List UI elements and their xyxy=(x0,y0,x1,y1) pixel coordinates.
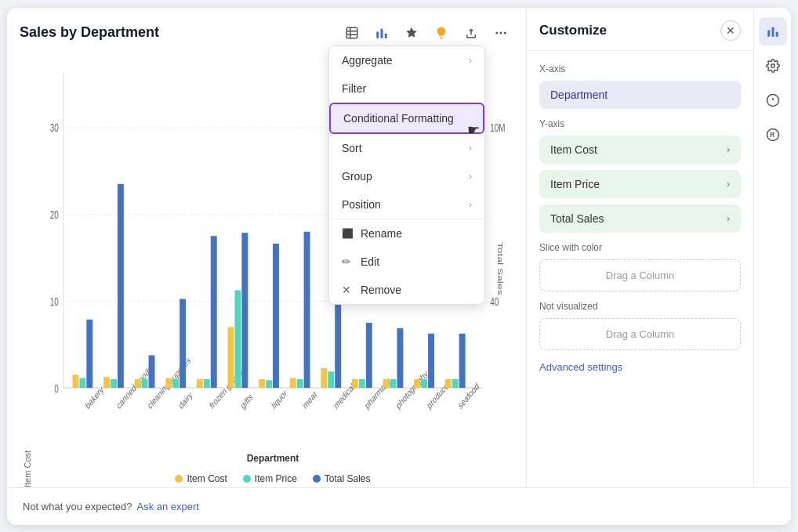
insight-button[interactable] xyxy=(429,20,454,45)
svg-rect-74 xyxy=(459,333,466,387)
chart-legend: Item Cost Item Price Total Sales xyxy=(32,467,513,487)
y-axis-item-cost[interactable]: Item Cost › xyxy=(539,136,741,164)
svg-point-78 xyxy=(771,63,774,67)
chart-x-label: Department xyxy=(32,453,513,467)
svg-rect-53 xyxy=(241,233,248,388)
menu-item-position-label: Position xyxy=(342,198,381,211)
y-axis-item-price[interactable]: Item Price › xyxy=(539,170,741,198)
svg-rect-5 xyxy=(381,28,383,38)
svg-rect-6 xyxy=(385,33,387,38)
svg-text:0: 0 xyxy=(54,382,59,394)
menu-item-filter-label: Filter xyxy=(342,82,366,95)
svg-rect-38 xyxy=(86,319,92,387)
menu-item-aggregate-label: Aggregate xyxy=(342,54,393,67)
legend-dot-cost xyxy=(175,475,183,483)
chart-header: Sales by Department xyxy=(20,20,513,45)
svg-text:10M: 10M xyxy=(490,121,505,134)
menu-item-remove-label: Remove xyxy=(361,284,401,296)
svg-text:40: 40 xyxy=(490,295,499,308)
ask-expert-link[interactable]: Ask an expert xyxy=(136,501,199,512)
svg-rect-40 xyxy=(111,378,117,387)
menu-item-group[interactable]: Group › xyxy=(329,162,484,190)
panel-header: Customize ✕ xyxy=(527,8,753,51)
svg-rect-44 xyxy=(149,355,155,388)
menu-item-edit-label: Edit xyxy=(361,255,379,268)
pin-button[interactable] xyxy=(399,20,424,45)
legend-dot-sales xyxy=(313,475,321,483)
chart-toolbar xyxy=(339,20,513,45)
svg-point-8 xyxy=(495,31,498,34)
svg-rect-46 xyxy=(172,378,179,387)
svg-text:gifts: gifts xyxy=(239,390,254,411)
legend-label-price: Item Price xyxy=(255,473,297,484)
svg-rect-41 xyxy=(118,183,124,387)
svg-rect-0 xyxy=(346,27,357,38)
legend-item-sales: Total Sales xyxy=(313,473,371,484)
svg-rect-59 xyxy=(304,231,310,387)
y-axis-price-chevron: › xyxy=(727,179,730,190)
svg-rect-55 xyxy=(266,380,272,388)
menu-item-edit[interactable]: ✏ Edit xyxy=(329,248,484,276)
svg-text:dairy: dairy xyxy=(177,389,194,411)
svg-rect-43 xyxy=(142,378,148,387)
svg-text:10: 10 xyxy=(50,295,59,308)
chart-view-button[interactable] xyxy=(369,20,394,45)
y-axis-item-sales[interactable]: Total Sales › xyxy=(539,204,741,233)
menu-item-cf-label: Conditional Formatting xyxy=(343,112,454,125)
rail-chart-button[interactable] xyxy=(759,17,787,45)
slice-section-label: Slice with color xyxy=(539,242,741,253)
table-view-button[interactable] xyxy=(339,20,365,45)
svg-rect-52 xyxy=(234,290,241,388)
y-axis-item-price-label: Item Price xyxy=(550,178,600,190)
bottom-question: Not what you expected? xyxy=(23,501,132,512)
rail-r-button[interactable]: R xyxy=(759,121,787,149)
svg-rect-57 xyxy=(290,378,296,387)
icon-rail: R xyxy=(753,8,791,487)
svg-rect-42 xyxy=(135,378,141,387)
svg-rect-64 xyxy=(359,378,365,387)
menu-item-group-label: Group xyxy=(342,170,372,183)
aggregate-arrow-icon: › xyxy=(469,55,472,66)
menu-item-sort-label: Sort xyxy=(342,142,362,154)
panel-close-button[interactable]: ✕ xyxy=(720,20,741,41)
rail-gear-button[interactable] xyxy=(759,52,787,80)
svg-text:Total Sales: Total Sales xyxy=(496,241,506,295)
more-button[interactable] xyxy=(488,20,513,45)
menu-item-filter[interactable]: Filter xyxy=(329,74,484,103)
svg-rect-71 xyxy=(428,333,434,387)
slice-drag-zone[interactable]: Drag a Column xyxy=(539,259,741,291)
not-vis-drag-label: Drag a Column xyxy=(606,328,674,340)
advanced-settings-link[interactable]: Advanced settings xyxy=(539,361,622,373)
menu-item-sort[interactable]: Sort › xyxy=(329,134,484,162)
svg-rect-67 xyxy=(390,378,397,387)
content-area: Sales by Department xyxy=(7,8,791,487)
x-axis-value[interactable]: Department xyxy=(539,81,741,109)
svg-text:30: 30 xyxy=(50,121,59,134)
svg-rect-73 xyxy=(452,378,459,387)
rename-icon: ⬛ xyxy=(342,228,354,239)
dropdown-menu-overlay: Aggregate › Filter Conditional Formattin… xyxy=(328,45,485,305)
not-vis-drag-zone[interactable]: Drag a Column xyxy=(539,318,741,350)
menu-item-position[interactable]: Position › xyxy=(329,190,484,219)
svg-point-10 xyxy=(504,31,506,34)
menu-item-aggregate[interactable]: Aggregate › xyxy=(329,46,484,74)
y-axis-label: Y-axis xyxy=(539,118,741,129)
menu-item-remove[interactable]: ✕ Remove xyxy=(329,276,484,304)
menu-item-conditional-formatting[interactable]: Conditional Formatting ☛ xyxy=(329,103,484,134)
svg-point-9 xyxy=(500,31,502,34)
y-axis-cost-chevron: › xyxy=(727,144,730,155)
share-button[interactable] xyxy=(459,20,484,45)
svg-rect-36 xyxy=(72,375,78,388)
svg-rect-39 xyxy=(103,377,110,388)
svg-rect-60 xyxy=(321,368,327,388)
svg-text:20: 20 xyxy=(50,208,59,221)
svg-rect-51 xyxy=(228,327,234,387)
legend-item-price: Item Price xyxy=(243,473,297,484)
svg-rect-47 xyxy=(180,299,186,387)
svg-rect-65 xyxy=(366,322,372,387)
y-axis-label: Item Cost xyxy=(20,52,32,487)
edit-icon: ✏ xyxy=(342,255,354,268)
rail-info-button[interactable] xyxy=(759,86,787,114)
menu-item-rename[interactable]: ⬛ Rename xyxy=(329,219,484,248)
svg-rect-4 xyxy=(376,31,379,38)
